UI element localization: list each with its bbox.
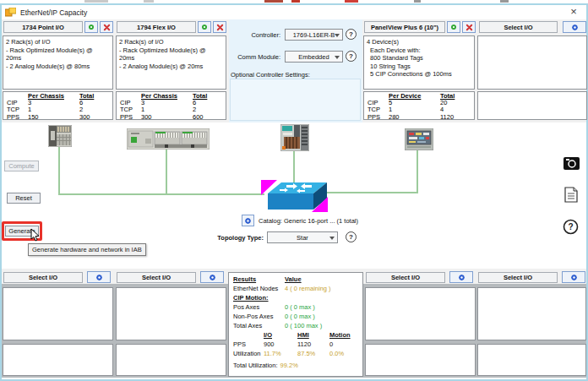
empty-device-description	[477, 287, 586, 340]
generate-tooltip: Generate hardware and network in IAB	[28, 243, 146, 256]
configure-gear-button[interactable]	[447, 21, 460, 33]
empty-device-description	[477, 35, 587, 90]
close-x-icon	[466, 24, 473, 31]
empty-device-stats	[477, 91, 587, 120]
select-io-button[interactable]: Select I/O	[478, 272, 558, 283]
empty-device-stats	[365, 344, 476, 376]
network-wire	[58, 147, 60, 195]
configure-gear-button[interactable]	[563, 21, 586, 33]
document-icon	[564, 187, 578, 203]
configure-gear-button[interactable]	[87, 271, 111, 283]
comm-module-label: Comm Module:	[203, 53, 280, 61]
compute-button[interactable]: Compute	[4, 161, 39, 171]
empty-device-description	[3, 287, 113, 340]
network-wire	[293, 151, 295, 182]
chevron-down-icon	[335, 34, 340, 37]
close-icon[interactable]: ×	[568, 5, 580, 18]
comm-module-dropdown[interactable]: Embedded	[285, 51, 343, 63]
optional-settings-label: Optional Controller Settings:	[231, 71, 310, 79]
device-flex-io-icon[interactable]	[127, 128, 210, 150]
empty-device-description	[365, 287, 476, 340]
configure-gear-button[interactable]	[562, 271, 585, 283]
report-button[interactable]	[564, 186, 579, 203]
empty-device-stats	[3, 344, 113, 376]
background-fragment	[291, 0, 300, 3]
select-io-button[interactable]: Select I/O	[117, 272, 196, 283]
question-mark-icon: ?	[563, 219, 579, 235]
background-fragment	[500, 0, 509, 3]
network-wire	[58, 193, 264, 195]
delete-device-button[interactable]	[100, 21, 113, 33]
camera-icon	[564, 157, 580, 170]
device-stats-table: Per ChassisTotal CIP36 TCP12 PPS150300	[3, 91, 113, 120]
empty-device-stats	[477, 344, 586, 376]
close-x-icon	[103, 24, 111, 31]
screenshot-root: EtherNet/IP Capacity × 1734 Point I/O 2 …	[0, 0, 588, 381]
results-panel: ResultsValue EtherNet Nodes4 ( 0 remaini…	[228, 272, 363, 377]
mouse-cursor	[30, 228, 40, 242]
configure-gear-button[interactable]	[198, 21, 211, 33]
ethernet-switch[interactable]	[261, 179, 329, 213]
pos-axes-value: 0 ( 0 max )	[285, 303, 362, 311]
gear-icon	[208, 273, 217, 282]
gear-icon	[449, 23, 458, 31]
select-io-button[interactable]: Select I/O	[479, 21, 558, 33]
topology-type-label: Topology Type:	[194, 234, 264, 242]
panel-title-button-1734-point-io[interactable]: 1734 Point I/O	[3, 21, 83, 33]
help-button[interactable]: ?	[562, 218, 579, 235]
snapshot-button[interactable]	[563, 156, 580, 171]
device-stats-table: Per ChassisTotal CIP36 TCP12 PPS300600	[116, 91, 226, 120]
total-axes-value: 0 ( 100 max )	[285, 322, 362, 329]
optional-settings-groupbox	[230, 79, 361, 121]
switch-catalog-gear-button[interactable]	[242, 215, 254, 226]
controller-help-button[interactable]: ?	[346, 29, 357, 40]
background-fragment	[345, 0, 358, 3]
app-icon	[5, 8, 16, 17]
empty-device-description	[116, 287, 226, 340]
network-wire	[166, 150, 167, 195]
background-fragment	[264, 0, 283, 3]
gear-icon	[569, 273, 579, 282]
close-x-icon	[216, 24, 224, 31]
background-fragment	[84, 0, 108, 3]
chevron-down-icon	[335, 56, 340, 59]
panel-title-button-panelview[interactable]: PanelView Plus 6 (10")	[364, 21, 445, 33]
gear-icon	[200, 23, 209, 31]
title-bar[interactable]: EtherNet/IP Capacity ×	[2, 5, 586, 19]
reset-button[interactable]: Reset	[7, 193, 41, 204]
background-fragment	[144, 0, 154, 3]
gear-icon	[95, 273, 104, 282]
topology-help-button[interactable]: ?	[346, 231, 357, 242]
gear-icon	[457, 273, 466, 282]
panel-title-button-1794-flex-io[interactable]: 1794 Flex I/O	[117, 21, 196, 33]
device-description: 4 Device(s) Each Device with: 800 Standa…	[363, 35, 475, 90]
ethernet-nodes-value: 4 ( 0 remaining )	[285, 285, 362, 292]
window-title: EtherNet/IP Capacity	[20, 8, 87, 17]
gear-icon	[87, 23, 95, 31]
delete-device-button[interactable]	[462, 21, 476, 33]
gear-icon	[570, 23, 580, 32]
device-controller-icon[interactable]	[280, 124, 309, 151]
configure-gear-button[interactable]	[449, 271, 473, 283]
device-description: 2 Rack(s) of I/O - Rack Optimized Module…	[3, 35, 113, 90]
controller-label: Controller:	[211, 31, 280, 39]
configure-gear-button[interactable]	[84, 21, 98, 33]
device-panelview-icon[interactable]	[405, 128, 433, 150]
select-io-button[interactable]: Select I/O	[366, 272, 445, 283]
device-point-io-icon[interactable]	[48, 125, 72, 147]
chevron-down-icon	[329, 237, 335, 240]
comm-module-help-button[interactable]: ?	[346, 51, 357, 62]
device-description: 2 Rack(s) of I/O - Rack Optimized Module…	[116, 35, 226, 90]
configure-gear-button[interactable]	[200, 271, 224, 283]
catalog-label: Catalog: Generic 16-port ... (1 total)	[259, 217, 358, 225]
device-stats-table: Per DeviceTotal CIP520 TCP14 PPS2801120	[363, 91, 475, 120]
gear-icon	[243, 216, 253, 226]
empty-device-stats	[116, 344, 226, 376]
total-utilization-value: 99.2%	[280, 362, 298, 369]
topology-type-dropdown[interactable]: Star	[267, 231, 338, 243]
network-wire	[416, 150, 418, 193]
controller-dropdown[interactable]: 1769-L16ER-B	[285, 29, 343, 41]
network-wire	[327, 192, 418, 193]
nonpos-axes-value: 0 ( 0 max )	[285, 313, 362, 320]
select-io-button[interactable]: Select I/O	[3, 272, 83, 283]
